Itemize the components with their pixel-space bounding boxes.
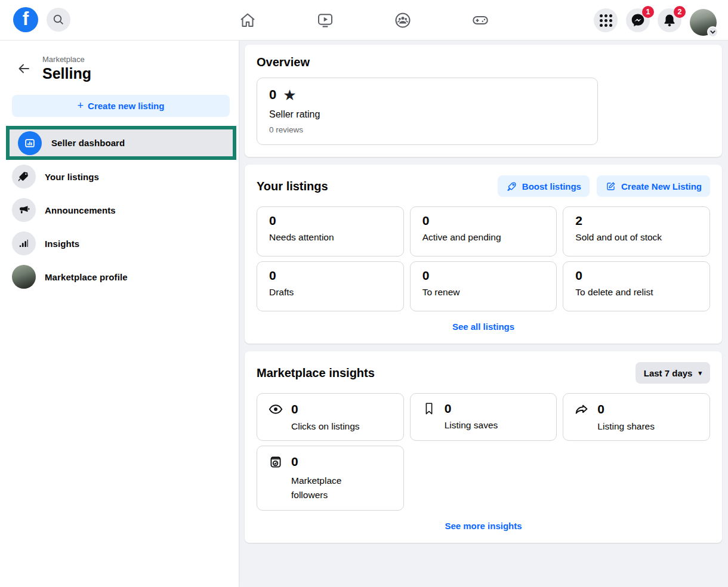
apps-menu-button[interactable]: [594, 8, 618, 32]
insights-bars-icon: [12, 231, 36, 255]
seller-dashboard-icon: [18, 131, 42, 155]
sidebar-item-label: Announcements: [45, 205, 116, 215]
your-listings-title: Your listings: [257, 180, 328, 193]
seller-rating-label: Seller rating: [269, 109, 585, 120]
tag-icon: [12, 165, 36, 189]
overview-title: Overview: [257, 55, 710, 69]
account-avatar[interactable]: [690, 9, 717, 36]
stat-label: To renew: [422, 287, 547, 298]
stat-label: Listing shares: [597, 421, 701, 432]
marketplace-sidebar: Marketplace Selling + Create new listing: [0, 41, 239, 587]
sidebar-item-label: Marketplace profile: [45, 272, 128, 282]
boost-listings-button[interactable]: Boost listings: [498, 175, 590, 197]
stat-card-drafts[interactable]: 0 Drafts: [257, 261, 404, 311]
stat-card-active-and-pending[interactable]: 0 Active and pending: [410, 206, 557, 257]
insight-card-followers[interactable]: 0 Marketplace followers: [257, 446, 404, 511]
create-new-listing-button[interactable]: Create New Listing: [597, 175, 710, 197]
sidebar-item-insights[interactable]: Insights: [0, 227, 239, 260]
search-icon: [52, 13, 65, 26]
create-new-listing-label: Create new listing: [88, 101, 164, 111]
chevron-down-icon: [707, 26, 718, 38]
sidebar-header: Marketplace Selling: [0, 41, 239, 82]
top-navigation-bar: f: [0, 0, 728, 41]
stat-value: 0: [291, 455, 298, 469]
stat-value: 0: [445, 401, 452, 416]
create-new-listing-panel-label: Create New Listing: [621, 181, 702, 191]
stat-card-needs-attention[interactable]: 0 Needs attention: [257, 206, 404, 257]
see-more-insights-link[interactable]: See more insights: [257, 521, 710, 531]
facebook-marketplace-selling-page: f: [0, 0, 728, 587]
insight-card-shares[interactable]: 0 Listing shares: [563, 393, 710, 441]
stat-label: Active and pending: [422, 232, 547, 243]
tab-groups[interactable]: [393, 11, 412, 30]
compose-icon: [605, 181, 616, 192]
search-button[interactable]: [47, 8, 70, 32]
sidebar-item-label: Seller dashboard: [51, 138, 125, 148]
your-listings-panel: Your listings Boost listings: [245, 165, 722, 344]
followers-box-icon: [268, 454, 283, 469]
sidebar-item-your-listings[interactable]: Your listings: [0, 160, 239, 193]
stat-label: Clicks on listings: [291, 421, 395, 432]
caret-down-icon: ▾: [698, 369, 702, 377]
stat-label: To delete and relist: [575, 287, 700, 298]
tab-home[interactable]: [238, 11, 257, 30]
see-all-listings-link[interactable]: See all listings: [257, 322, 710, 332]
profile-avatar: [12, 265, 36, 289]
sidebar-item-label: Your listings: [45, 172, 99, 182]
notifications-badge: 2: [674, 6, 686, 18]
home-icon: [239, 11, 257, 29]
page-title: Selling: [42, 65, 91, 82]
stat-card-sold-and-out-of-stock[interactable]: 2 Sold and out of stock: [563, 206, 710, 257]
back-arrow-icon: [17, 61, 31, 76]
date-range-dropdown[interactable]: Last 7 days ▾: [636, 362, 710, 384]
star-icon: ★: [283, 88, 296, 103]
sidebar-item-label: Insights: [45, 239, 79, 249]
breadcrumb: Marketplace: [42, 55, 91, 64]
stat-value: 0: [422, 268, 547, 283]
seller-rating-card[interactable]: 0 ★ Seller rating 0 reviews: [257, 78, 598, 145]
eye-icon: [268, 401, 283, 417]
main-content: Overview 0 ★ Seller rating 0 reviews You…: [239, 41, 728, 587]
sidebar-item-announcements[interactable]: Announcements: [0, 193, 239, 227]
apps-grid-icon: [600, 14, 612, 27]
stat-card-to-renew[interactable]: 0 To renew: [410, 261, 557, 311]
stat-value: 2: [575, 214, 700, 228]
boost-listings-label: Boost listings: [522, 181, 581, 191]
stat-value: 0: [575, 268, 700, 283]
stat-value: 0: [597, 402, 604, 416]
stat-card-to-delete-and-relist[interactable]: 0 To delete and relist: [563, 261, 710, 311]
overview-panel: Overview 0 ★ Seller rating 0 reviews: [245, 45, 722, 157]
gaming-icon: [471, 11, 489, 29]
facebook-logo[interactable]: f: [13, 7, 38, 32]
stat-label: Sold and out of stock: [575, 232, 700, 243]
bookmark-icon: [421, 401, 437, 416]
create-new-listing-sidebar-button[interactable]: + Create new listing: [12, 95, 230, 117]
watch-video-icon: [316, 11, 334, 29]
back-button[interactable]: [16, 60, 32, 77]
groups-icon: [394, 11, 412, 29]
insight-card-clicks[interactable]: 0 Clicks on listings: [257, 393, 404, 441]
seller-rating-value: 0: [269, 87, 276, 103]
megaphone-icon: [12, 198, 36, 222]
share-arrow-icon: [574, 401, 590, 417]
rocket-icon: [506, 181, 517, 192]
marketplace-insights-panel: Marketplace insights Last 7 days ▾: [245, 351, 722, 543]
sidebar-menu: Seller dashboard Your listings: [0, 126, 239, 294]
reviews-count: 0 reviews: [269, 125, 585, 134]
sidebar-item-marketplace-profile[interactable]: Marketplace profile: [0, 260, 239, 294]
messenger-button[interactable]: 1: [626, 8, 650, 32]
stat-value: 0: [291, 402, 298, 416]
stat-label: Marketplace followers: [291, 474, 362, 502]
stat-value: 0: [269, 268, 394, 283]
insight-card-saves[interactable]: 0 Listing saves: [410, 393, 557, 441]
tab-watch[interactable]: [316, 11, 335, 30]
tab-gaming[interactable]: [471, 11, 490, 30]
notifications-button[interactable]: 2: [658, 8, 681, 32]
stat-label: Needs attention: [269, 232, 394, 243]
stat-label: Listing saves: [445, 420, 548, 431]
selected-item-annotation: Seller dashboard: [6, 126, 236, 160]
insights-title: Marketplace insights: [257, 366, 375, 380]
stat-label: Drafts: [269, 287, 394, 298]
date-range-label: Last 7 days: [644, 368, 693, 378]
sidebar-item-seller-dashboard[interactable]: Seller dashboard: [10, 129, 233, 156]
